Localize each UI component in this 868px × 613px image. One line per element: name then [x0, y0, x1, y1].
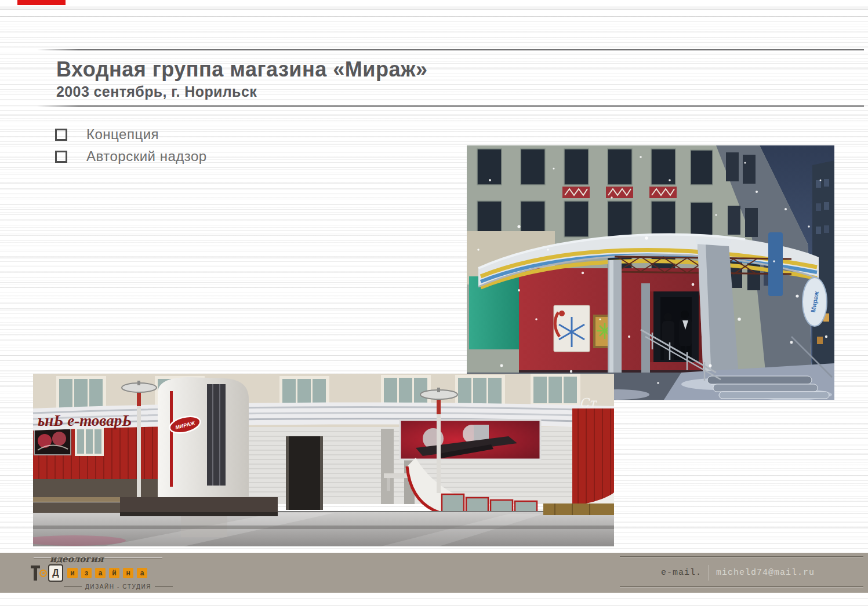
render-floor: [33, 512, 614, 546]
bullet-label: Концепция: [86, 126, 159, 143]
slide: Входная группа магазина «Мираж» 2003 сен…: [0, 0, 868, 613]
page-subtitle: 2003 сентябрь, г. Норильск: [56, 83, 257, 100]
header-rule-bottom: [37, 105, 864, 107]
logo-letter-tile: з: [81, 568, 92, 578]
render-fascia-sign-text: ьнЬ е-товарЬ: [38, 412, 132, 429]
square-bullet-icon: [55, 151, 67, 163]
email-divider: [709, 565, 709, 581]
logo-caption: ДИЗАЙН - СТУДИЯ: [64, 583, 173, 590]
email-block: e-mail. micheld74@mail.ru: [661, 565, 815, 581]
bullet-list: Концепция Авторский надзор: [55, 123, 207, 167]
logo-letter-tile: н: [123, 568, 133, 578]
render-image: ьнЬ е-товарЬ Ст: [33, 374, 614, 546]
page-title: Входная группа магазина «Мираж»: [56, 57, 427, 82]
caption-line: [64, 586, 82, 587]
logo-t-mark-icon: [34, 565, 37, 581]
top-strip: [0, 6, 868, 10]
entrance-photo: Мираж: [467, 145, 834, 400]
sub-footer-line: [0, 605, 868, 606]
footer-accent-line: [620, 556, 863, 557]
render-tower: МИРАЖ: [158, 377, 249, 510]
render-right-billboard: [400, 420, 540, 459]
sub-footer-line: [0, 599, 868, 599]
logo-letter-tile: й: [109, 568, 119, 578]
photo-poster: [554, 305, 590, 352]
photo-steps: [707, 376, 829, 399]
footer-accent-line: [620, 586, 863, 587]
footer-band: идеология Д и з а й н а ДИЗАЙН - СТУДИЯ …: [0, 553, 868, 593]
email-value: micheld74@mail.ru: [716, 568, 815, 578]
logo-letter-tile: а: [95, 568, 106, 578]
caption-line: [155, 586, 173, 587]
square-bullet-icon: [55, 129, 67, 141]
red-accent-bar: [17, 0, 66, 5]
caption-text: ДИЗАЙН - СТУДИЯ: [85, 583, 151, 590]
logo-letter-blocks: Д и з а й н а: [34, 564, 173, 582]
logo-script-line: идеология: [50, 554, 173, 564]
render-script-text: Ст: [579, 396, 598, 410]
header-rule-top: [37, 49, 864, 50]
studio-logo: идеология Д и з а й н а ДИЗАЙН - СТУДИЯ: [34, 554, 173, 590]
list-item: Авторский надзор: [55, 145, 207, 167]
email-label: e-mail.: [661, 568, 702, 578]
logo-letter-tile: а: [137, 568, 147, 578]
logo-big-letter: Д: [48, 564, 63, 582]
photo-doorway: [650, 291, 702, 362]
list-item: Концепция: [55, 123, 207, 145]
logo-gear-icon: [39, 570, 47, 577]
logo-letter-tile: и: [67, 568, 78, 578]
bullet-label: Авторский надзор: [86, 148, 207, 165]
render-right-red-band: Ст: [572, 396, 614, 507]
